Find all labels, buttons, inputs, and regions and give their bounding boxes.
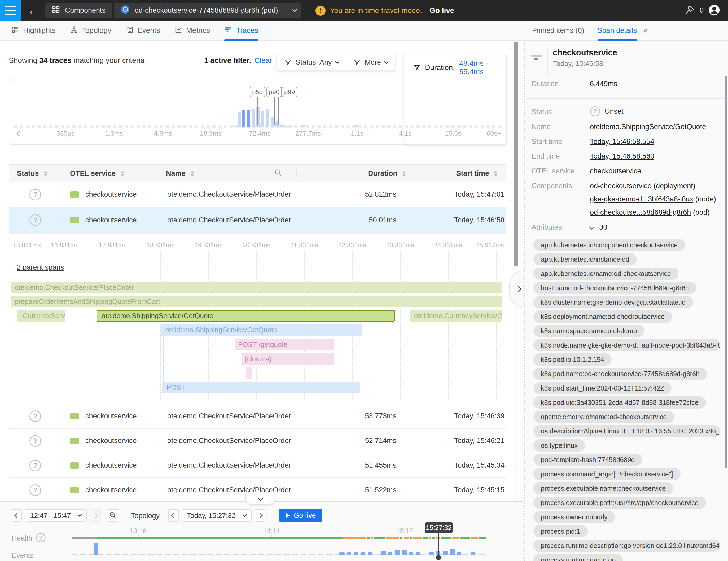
trace-row[interactable]: ?checkoutserviceoteldemo.CheckoutService… bbox=[9, 429, 506, 453]
attribute-pill[interactable]: process.runtime.name:go bbox=[533, 554, 623, 561]
go-live-link[interactable]: Go live bbox=[429, 6, 454, 15]
start-time-cell: Today, 15:46:39 bbox=[414, 412, 506, 420]
tab-span-details[interactable]: Span details bbox=[598, 21, 637, 40]
entity-caret-icon[interactable] bbox=[288, 3, 301, 18]
main-scrollbar-thumb[interactable] bbox=[514, 42, 518, 266]
panel-scrollbar-thumb[interactable] bbox=[725, 76, 727, 468]
attribute-pill[interactable]: app.kubernetes.io/name:od-checkoutservic… bbox=[533, 268, 678, 280]
duration-filter-value[interactable]: 48.4ms - 55.4ms bbox=[459, 59, 506, 76]
pin-icon[interactable] bbox=[685, 5, 695, 16]
sort-icon[interactable] bbox=[190, 171, 194, 176]
datetime-next-button[interactable] bbox=[255, 509, 265, 522]
hamburger-menu-icon[interactable] bbox=[0, 0, 21, 21]
tab-events[interactable]: Events bbox=[126, 21, 160, 40]
more-filter-button[interactable]: More bbox=[346, 54, 395, 70]
close-span-details-icon[interactable]: × bbox=[643, 26, 648, 36]
waterfall-span[interactable]: .CurrencyServ... bbox=[17, 310, 65, 322]
sort-icon[interactable] bbox=[494, 171, 498, 176]
zoom-out-button[interactable] bbox=[107, 509, 119, 522]
waterfall-span[interactable]: oteldemo.CheckoutService/PlaceOrder bbox=[11, 282, 502, 293]
attribute-pill[interactable]: app.kubernetes.io/instance:od bbox=[533, 253, 637, 265]
duration-filter-label: Duration: bbox=[425, 63, 455, 72]
attribute-pill[interactable]: k8s.pod.uid:3a430351-2cda-4d67-8d88-318f… bbox=[533, 396, 706, 409]
attribute-pill[interactable]: k8s.pod.name:od-checkoutservice-77458d68… bbox=[533, 368, 707, 380]
waterfall-span[interactable]: prepareOrderItemsAndShippingQuoteFromCar… bbox=[11, 296, 502, 307]
attribute-pill[interactable]: k8s.cluster.name:gke-demo-dev.gcp.stacks… bbox=[533, 296, 693, 308]
tab-topology[interactable]: Topology bbox=[70, 21, 111, 40]
waterfall-gridline bbox=[113, 252, 113, 399]
datetime-dropdown[interactable]: Today, 15:27:32 bbox=[182, 509, 252, 522]
sort-icon[interactable] bbox=[44, 171, 47, 176]
component-link[interactable]: gke-gke-demo-d...3bf643a8-i8ux bbox=[590, 195, 693, 203]
sort-icon[interactable] bbox=[120, 171, 124, 176]
time-range-dropdown[interactable]: 12:47 - 15:47 bbox=[25, 509, 87, 522]
events-baseline-dash bbox=[148, 554, 154, 555]
range-next-button[interactable] bbox=[90, 509, 101, 522]
waterfall-span[interactable]: POST bbox=[162, 382, 360, 393]
attribute-pill[interactable]: pod-template-hash:77458d689d bbox=[533, 454, 642, 466]
attribute-pill[interactable]: k8s.deployment.name:od-checkoutservice bbox=[533, 310, 672, 323]
tab-pinned-items[interactable]: Pinned items (0) bbox=[532, 21, 584, 40]
clear-filters-link[interactable]: Clear bbox=[254, 56, 272, 64]
component-link[interactable]: od-checkoutservice bbox=[590, 182, 652, 190]
panel-collapse-button[interactable] bbox=[509, 270, 524, 308]
timeline-marker-line[interactable] bbox=[438, 533, 439, 556]
back-arrow-icon[interactable]: ← bbox=[28, 0, 38, 21]
attribute-pill[interactable]: k8s.pod.start_time:2024-03-12T11:57:42Z bbox=[533, 382, 672, 394]
end-time-value[interactable]: Today, 15:46:58.560 bbox=[590, 152, 654, 160]
column-header-status[interactable]: Status bbox=[9, 165, 62, 182]
waterfall-span[interactable]: oteldemo.ShippingService/GetQuote bbox=[97, 310, 395, 322]
trace-row-selected[interactable]: ?checkoutserviceoteldemo.CheckoutService… bbox=[9, 207, 506, 234]
health-row-label: Health bbox=[12, 534, 32, 542]
waterfall-span[interactable]: {closure} bbox=[242, 353, 334, 365]
duration-filter-panel[interactable]: Duration: 48.4ms - 55.4ms bbox=[404, 54, 507, 145]
tab-metrics[interactable]: Metrics bbox=[174, 21, 210, 40]
entity-selector[interactable]: od-checkoutservice-77458d689d-g8r6h (pod… bbox=[114, 3, 301, 18]
attribute-pill[interactable]: os.description:Alpine Linux 3....t 18 03… bbox=[533, 425, 720, 437]
timeline-marker-handle[interactable] bbox=[436, 555, 441, 560]
attribute-pill[interactable]: opentelemetry.io/name:od-checkoutservice bbox=[533, 411, 674, 423]
start-time-value[interactable]: Today, 15:46:58.554 bbox=[590, 138, 654, 146]
sort-icon[interactable] bbox=[402, 171, 406, 176]
events-baseline-dash bbox=[224, 554, 230, 555]
waterfall-span[interactable] bbox=[246, 367, 252, 379]
attribute-pill[interactable]: process.owner:nobody bbox=[533, 511, 615, 523]
range-prev-button[interactable] bbox=[12, 509, 22, 522]
attribute-pill[interactable]: k8s.node.name:gke-gke-demo-d...ault-node… bbox=[533, 339, 720, 351]
attribute-pill[interactable]: host.name:od-checkoutservice-77458d689d-… bbox=[533, 282, 696, 294]
column-header-start-time[interactable]: Start time bbox=[414, 165, 506, 182]
attribute-pill[interactable]: k8s.pod.ip:10.1.2.154 bbox=[533, 353, 612, 366]
trace-row[interactable]: ?checkoutserviceoteldemo.CheckoutService… bbox=[9, 453, 506, 478]
datetime-prev-button[interactable] bbox=[168, 509, 179, 522]
tab-traces[interactable]: Traces bbox=[224, 21, 258, 40]
parent-spans-link[interactable]: 2 parent spans bbox=[17, 263, 64, 271]
waterfall-span[interactable]: oteldemo.ShippingService/GetQuote bbox=[161, 324, 362, 336]
column-header-otel-service[interactable]: OTEL service bbox=[62, 165, 158, 182]
attributes-toggle[interactable]: 30 bbox=[590, 223, 607, 231]
avatar[interactable] bbox=[708, 4, 720, 17]
attribute-pill[interactable]: process.pid:1 bbox=[533, 525, 588, 537]
column-header-name[interactable]: Name bbox=[158, 165, 296, 182]
health-help-icon[interactable]: ? bbox=[36, 533, 46, 542]
events-baseline-dash bbox=[72, 554, 77, 555]
status-filter-button[interactable]: Status: Any bbox=[277, 54, 346, 70]
components-button[interactable]: Components bbox=[45, 3, 112, 18]
show-more-traces-button[interactable] bbox=[245, 494, 275, 505]
tab-highlights[interactable]: Highlights bbox=[11, 21, 56, 40]
trace-row[interactable]: ?checkoutserviceoteldemo.CheckoutService… bbox=[9, 404, 506, 429]
waterfall-span[interactable]: POST /getquote bbox=[235, 339, 334, 350]
attribute-pill[interactable]: process.executable.name:checkoutservice bbox=[533, 482, 673, 494]
column-header-duration[interactable]: Duration bbox=[296, 165, 414, 182]
trace-row[interactable]: ?checkoutserviceoteldemo.CheckoutService… bbox=[9, 182, 506, 207]
attribute-pill[interactable]: os.type:linux bbox=[533, 439, 585, 452]
attribute-pill[interactable]: k8s.namespace.name:otel-demo bbox=[533, 325, 644, 337]
component-link[interactable]: od-checkoutse...58d689d-g8r6h bbox=[590, 208, 691, 216]
attribute-pill[interactable]: app.kubernetes.io/component:checkoutserv… bbox=[533, 239, 685, 251]
events-bar bbox=[339, 552, 345, 555]
attribute-pill[interactable]: process.runtime.description:go version g… bbox=[533, 540, 720, 552]
attribute-pill[interactable]: process.executable.path:/usr/src/app/che… bbox=[533, 497, 706, 509]
search-icon[interactable] bbox=[274, 169, 282, 178]
attribute-pill[interactable]: process.command_args:["./checkoutservice… bbox=[533, 468, 681, 480]
go-live-button[interactable]: Go live bbox=[279, 509, 322, 522]
waterfall-span[interactable]: oteldemo.CurrencyService/Con bbox=[410, 310, 502, 322]
